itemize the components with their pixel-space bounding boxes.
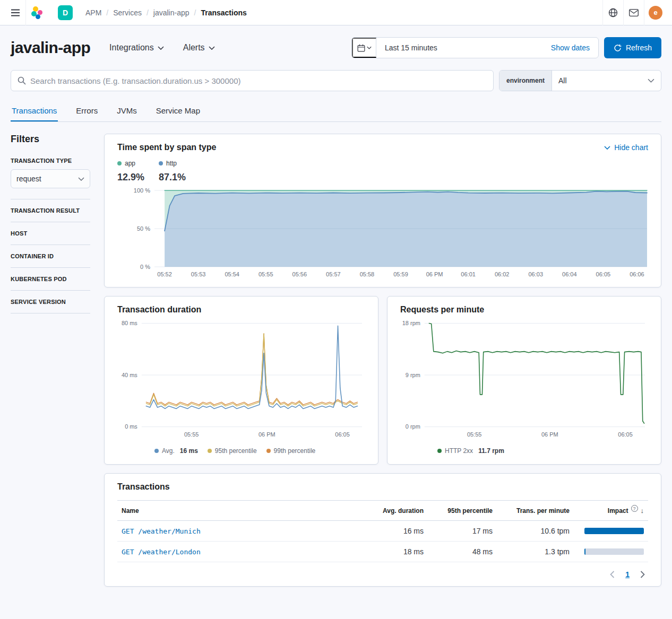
svg-text:05:57: 05:57 (326, 271, 341, 277)
environment-select[interactable]: All (552, 71, 661, 91)
p95-value: 17 ms (428, 521, 497, 542)
legend-95th[interactable]: 95th percentile (208, 447, 257, 455)
legend-http-2xx[interactable]: HTTP 2xx 11.7 rpm (437, 447, 504, 455)
legend-item-app[interactable]: app (117, 160, 159, 167)
search-input[interactable] (30, 76, 487, 85)
app-percentage: 12.9% (117, 172, 159, 183)
alerts-label: Alerts (183, 43, 205, 53)
elastic-logo[interactable] (26, 0, 48, 25)
tab-service-map[interactable]: Service Map (155, 101, 201, 121)
transaction-type-label: TRANSACTION TYPE (11, 158, 90, 164)
chevron-down-icon (78, 177, 84, 181)
table-header-row: Name Avg. duration 95th percentile Trans… (117, 501, 648, 521)
transactions-table: Name Avg. duration 95th percentile Trans… (117, 500, 648, 562)
transaction-duration-chart[interactable]: 80 ms40 ms0 ms05:5506 PM06:05 (117, 318, 365, 441)
menu-icon[interactable] (5, 0, 25, 25)
chevron-down-icon (209, 46, 215, 50)
transaction-type-value: request (16, 175, 41, 183)
breadcrumb-current: Transactions (201, 8, 246, 17)
svg-text:05:54: 05:54 (225, 271, 239, 277)
p99-legend-dot (266, 449, 271, 453)
show-dates-button[interactable]: Show dates (542, 43, 598, 52)
transaction-link-munich[interactable]: GET /weather/Munich (122, 527, 201, 535)
transaction-type-select[interactable]: request (11, 169, 90, 188)
transactions-table-title: Transactions (117, 482, 648, 492)
requests-per-minute-chart[interactable]: 18 rpm9 rpm0 rpm05:5506 PM06:05 (400, 318, 648, 441)
http-legend-label: http (166, 160, 177, 167)
filters-sidebar: Filters TRANSACTION TYPE request TRANSAC… (11, 134, 90, 587)
app-legend-dot (117, 161, 122, 165)
filter-transaction-result[interactable]: TRANSACTION RESULT (11, 199, 90, 222)
calendar-menu-button[interactable] (352, 38, 376, 58)
http-percentage: 87.1% (159, 172, 200, 183)
calendar-icon (357, 44, 365, 52)
impact-sort-header[interactable]: Impact ? ↓ (608, 507, 644, 515)
deployment-badge[interactable]: D (58, 5, 73, 20)
filter-service-version[interactable]: SERVICE VERSION (11, 291, 90, 313)
hide-chart-button[interactable]: Hide chart (604, 143, 648, 152)
svg-text:0 %: 0 % (140, 264, 150, 270)
refresh-button[interactable]: Refresh (604, 37, 661, 58)
filter-kubernetes-pod[interactable]: KUBERNETES POD (11, 268, 90, 291)
tab-errors[interactable]: Errors (75, 101, 99, 121)
breadcrumb: APM Services javalin-app Transactions (85, 8, 247, 17)
p95-legend-dot (208, 449, 212, 453)
filter-container-id[interactable]: CONTAINER ID (11, 245, 90, 268)
span-type-chart[interactable]: 100 %50 %0 %05:5205:5305:5405:5505:5605:… (117, 186, 648, 282)
column-header-95th[interactable]: 95th percentile (428, 501, 497, 521)
search-icon (18, 76, 26, 85)
svg-text:05:59: 05:59 (393, 271, 408, 277)
time-range-value[interactable]: Last 15 minutes (376, 43, 542, 52)
alerts-menu[interactable]: Alerts (183, 43, 215, 53)
avg-legend-dot (154, 449, 159, 453)
mail-icon[interactable] (624, 0, 644, 25)
svg-text:05:55: 05:55 (467, 431, 481, 438)
top-navigation-bar: D APM Services javalin-app Transactions … (0, 0, 672, 25)
breadcrumb-apm[interactable]: APM (85, 8, 113, 17)
transaction-link-london[interactable]: GET /weather/London (122, 548, 201, 556)
svg-text:05:55: 05:55 (184, 431, 199, 438)
svg-text:06:01: 06:01 (461, 271, 476, 277)
tab-jvms[interactable]: JVMs (116, 101, 138, 121)
tab-transactions[interactable]: Transactions (11, 101, 58, 121)
breadcrumb-services[interactable]: Services (113, 8, 153, 17)
svg-text:06:04: 06:04 (562, 271, 577, 277)
legend-99th[interactable]: 99th percentile (266, 447, 316, 455)
svg-text:06:02: 06:02 (495, 271, 510, 277)
integrations-menu[interactable]: Integrations (109, 43, 164, 53)
column-header-tpm[interactable]: Trans. per minute (497, 501, 574, 521)
service-header: javalin-app Integrations Alerts Last 15 … (11, 37, 661, 58)
hide-chart-label: Hide chart (614, 143, 648, 152)
svg-text:18 rpm: 18 rpm (402, 320, 420, 326)
avg-legend-value: 16 ms (180, 447, 198, 455)
table-row: GET /weather/London 18 ms 48 ms 1.3 tpm (117, 542, 648, 562)
environment-selected-value: All (558, 76, 567, 85)
globe-icon[interactable] (603, 0, 623, 25)
requests-per-minute-panel: Requests per minute 18 rpm9 rpm0 rpm05:5… (387, 296, 661, 465)
tpm-value: 1.3 tpm (497, 542, 574, 562)
legend-avg[interactable]: Avg. 16 ms (154, 447, 198, 455)
chevron-down-icon (648, 79, 654, 83)
refresh-icon (614, 44, 622, 52)
page-number-1[interactable]: 1 (625, 570, 630, 579)
legend-item-http[interactable]: http (159, 160, 200, 167)
http-legend-dot (159, 161, 163, 165)
svg-text:06:05: 06:05 (596, 271, 611, 277)
filters-title: Filters (11, 134, 90, 145)
user-avatar[interactable]: e (649, 6, 662, 20)
question-circle-icon[interactable]: ? (631, 505, 638, 512)
http-2xx-legend-label: HTTP 2xx (445, 447, 473, 455)
refresh-label: Refresh (626, 43, 652, 52)
column-header-name[interactable]: Name (117, 501, 361, 521)
next-page-icon[interactable] (640, 571, 645, 578)
http-2xx-legend-value: 11.7 rpm (478, 447, 504, 455)
service-tabs: Transactions Errors JVMs Service Map (11, 101, 661, 122)
svg-text:06:06: 06:06 (630, 271, 644, 277)
previous-page-icon[interactable] (610, 571, 615, 578)
breadcrumb-service-name[interactable]: javalin-app (153, 8, 201, 17)
column-header-avg-duration[interactable]: Avg. duration (361, 501, 428, 521)
span-type-header: Time spent by span type Hide chart (117, 143, 648, 152)
avg-duration-value: 16 ms (361, 521, 428, 542)
pagination: 1 (117, 562, 648, 583)
filter-host[interactable]: HOST (11, 222, 90, 245)
